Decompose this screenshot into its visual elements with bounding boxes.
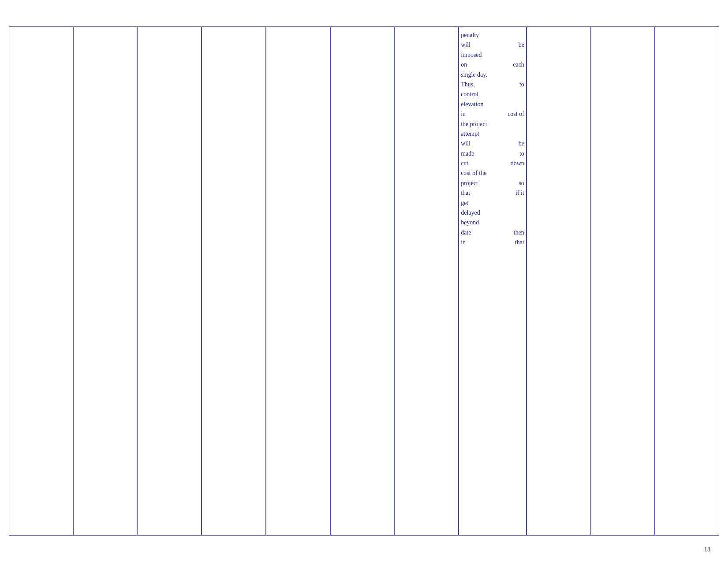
text-line: projectso xyxy=(461,179,524,188)
col-9 xyxy=(526,26,591,536)
text-left: will xyxy=(461,40,470,50)
text-line: incost of xyxy=(461,109,524,119)
text-right: be xyxy=(519,40,524,50)
text-right: to xyxy=(519,80,524,89)
text-right: then xyxy=(514,228,524,238)
text-right: to xyxy=(519,149,524,159)
page-number: 18 xyxy=(704,546,710,553)
col-7 xyxy=(394,26,459,536)
text-line: get xyxy=(461,198,524,208)
text-line: the project xyxy=(461,119,524,129)
text-line: elevation xyxy=(461,100,524,109)
text-line: cutdown xyxy=(461,159,524,168)
col-4 xyxy=(202,26,266,536)
col-5 xyxy=(266,26,330,536)
text-line: beyond xyxy=(461,218,524,227)
col-1 xyxy=(9,26,73,536)
text-line: willbe xyxy=(461,139,524,149)
col-3 xyxy=(137,26,202,536)
col-6 xyxy=(330,26,395,536)
text-right: so xyxy=(519,179,524,188)
text-left: project xyxy=(461,179,478,188)
text-line: datethen xyxy=(461,228,524,238)
columns-grid: penaltywillbeimposedoneachsingle day.Thu… xyxy=(9,26,719,536)
col-11 xyxy=(655,26,719,536)
text-line: Thus,to xyxy=(461,80,524,89)
text-left: cut xyxy=(461,159,468,168)
page-container: penaltywillbeimposedoneachsingle day.Thu… xyxy=(0,0,728,562)
text-line: cost of the xyxy=(461,168,524,178)
col-10 xyxy=(591,26,655,536)
text-left: made xyxy=(461,149,474,159)
text-right: each xyxy=(513,60,524,70)
text-left: will xyxy=(461,139,470,149)
text-line: willbe xyxy=(461,40,524,50)
text-line: single day. xyxy=(461,70,524,80)
text-right: if it xyxy=(515,188,524,198)
text-line: inthat xyxy=(461,238,524,247)
text-line: penalty xyxy=(461,30,524,40)
text-left: in xyxy=(461,238,466,247)
text-left: Thus, xyxy=(461,80,475,89)
text-line: oneach xyxy=(461,60,524,70)
text-line: attempt xyxy=(461,129,524,139)
text-left: on xyxy=(461,60,467,70)
text-right: be xyxy=(519,139,524,149)
text-right: cost of xyxy=(508,109,524,119)
text-right: down xyxy=(511,159,524,168)
text-line: control xyxy=(461,89,524,99)
col-2 xyxy=(73,26,138,536)
text-left: in xyxy=(461,109,466,119)
text-right: that xyxy=(515,238,524,247)
text-left: date xyxy=(461,228,471,238)
text-left: that xyxy=(461,188,470,198)
text-line: delayed xyxy=(461,208,524,218)
text-line: madeto xyxy=(461,149,524,159)
text-column: penaltywillbeimposedoneachsingle day.Thu… xyxy=(459,26,526,536)
text-line: thatif it xyxy=(461,188,524,198)
text-line: imposed xyxy=(461,50,524,60)
